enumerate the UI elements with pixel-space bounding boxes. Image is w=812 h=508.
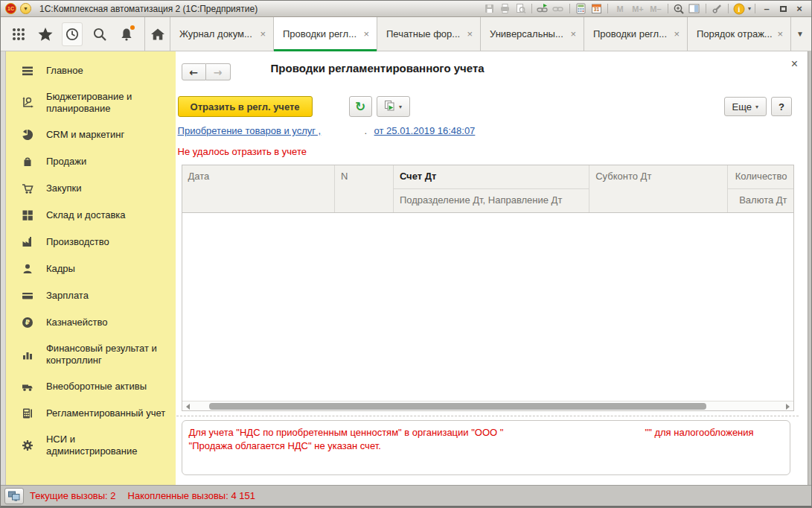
tab-universal[interactable]: Универсальны... × bbox=[481, 17, 584, 51]
table-body-empty[interactable] bbox=[182, 213, 793, 401]
sidebar-item-budgeting[interactable]: Бюджетирование и планирование bbox=[6, 84, 176, 121]
back-button[interactable]: ← bbox=[182, 63, 206, 80]
minimize-button[interactable]: – bbox=[759, 3, 774, 14]
reflect-dropdown-button[interactable]: ▾ bbox=[377, 96, 410, 117]
messages-splitter[interactable] bbox=[176, 416, 799, 416]
notifications-bell-icon[interactable] bbox=[116, 22, 137, 46]
refresh-icon: ↻ bbox=[355, 99, 365, 114]
performance-indicator-button[interactable] bbox=[4, 488, 24, 504]
calendar-icon[interactable]: 31 bbox=[589, 2, 604, 16]
sidebar-item-noncurrent-assets[interactable]: Внеоборотные активы bbox=[6, 373, 176, 400]
tab-bar: Журнал докум... × Проводки регл... × Печ… bbox=[1, 17, 811, 51]
horizontal-scrollbar[interactable] bbox=[182, 401, 793, 410]
scrollbar-thumb[interactable] bbox=[209, 403, 706, 410]
table-header: Дата N Счет Дт Подразделение Дт, Направл… bbox=[182, 165, 793, 213]
quick-toolbar bbox=[1, 17, 144, 51]
separator bbox=[668, 4, 668, 13]
memory-m-button[interactable]: M bbox=[612, 4, 628, 13]
memory-m-minus-button[interactable]: M– bbox=[648, 4, 664, 13]
split-window-icon[interactable] bbox=[688, 2, 702, 16]
ruble-circle-icon: ₽ bbox=[21, 316, 34, 329]
service-wrench-icon[interactable] bbox=[710, 2, 724, 16]
calculator-icon[interactable] bbox=[574, 2, 588, 16]
tab-reflection-order[interactable]: Порядок отраж... × bbox=[688, 17, 791, 51]
service-messages-panel: Для учета "НДС по приобретенным ценностя… bbox=[182, 420, 790, 475]
tab-close-icon[interactable]: × bbox=[258, 28, 267, 39]
documents-arrow-icon bbox=[384, 100, 396, 114]
maximize-button[interactable] bbox=[776, 3, 790, 14]
window-close-button[interactable]: × bbox=[792, 3, 807, 14]
refresh-button[interactable]: ↻ bbox=[349, 96, 372, 117]
sidebar-item-financial-result[interactable]: Финансовый результат и контроллинг bbox=[6, 336, 176, 373]
reflect-error-text: Не удалось отразить в учете bbox=[178, 146, 307, 157]
column-debit-account[interactable]: Счет Дт Подразделение Дт, Направление Дт bbox=[394, 165, 589, 212]
main-menu-button[interactable]: ▼ bbox=[20, 3, 31, 14]
tab-close-icon[interactable]: × bbox=[569, 28, 578, 39]
document-link[interactable]: Приобретение товаров и услуг , bbox=[178, 125, 322, 136]
chevron-down-icon: ▾ bbox=[755, 104, 758, 110]
all-functions-grid-icon[interactable] bbox=[8, 22, 29, 46]
status-bar: Текущие вызовы: 2 Накопленные вызовы: 4 … bbox=[1, 485, 811, 506]
column-quantity-currency[interactable]: Количество Валюта Дт bbox=[728, 165, 793, 212]
sidebar-item-production[interactable]: Производство bbox=[6, 229, 176, 255]
tab-close-icon[interactable]: × bbox=[776, 28, 784, 39]
notification-dot bbox=[130, 25, 135, 30]
tab-close-icon[interactable]: × bbox=[465, 28, 474, 39]
help-button[interactable]: ? bbox=[771, 97, 792, 116]
svg-text:₽: ₽ bbox=[25, 319, 30, 326]
separator bbox=[531, 4, 532, 13]
sidebar-item-hr[interactable]: Кадры bbox=[6, 255, 176, 282]
scroll-right-icon[interactable] bbox=[786, 404, 790, 410]
sidebar-item-nsi-admin[interactable]: НСИ и администрирование bbox=[6, 427, 176, 464]
shopping-cart-icon bbox=[21, 182, 34, 195]
tab-regl-postings-2[interactable]: Проводки регл... × bbox=[584, 17, 688, 51]
app-body: Главное Бюджетирование и планирование CR… bbox=[1, 51, 811, 485]
calculator-book-icon bbox=[21, 407, 34, 420]
tab-regl-postings-active[interactable]: Проводки регл... × bbox=[274, 17, 377, 51]
zoom-icon[interactable] bbox=[672, 2, 686, 16]
favorites-star-icon[interactable] bbox=[35, 22, 56, 46]
sidebar-item-payroll[interactable]: Зарплата bbox=[6, 282, 176, 309]
form-close-icon[interactable]: × bbox=[791, 57, 798, 71]
go-to-link-icon[interactable] bbox=[552, 2, 566, 16]
history-icon[interactable] bbox=[62, 22, 83, 46]
forward-button[interactable]: → bbox=[206, 63, 231, 80]
sidebar-item-purchases[interactable]: Закупки bbox=[6, 175, 176, 202]
pie-chart-icon bbox=[21, 128, 34, 142]
scroll-left-icon[interactable] bbox=[186, 404, 190, 410]
tab-close-icon[interactable]: × bbox=[362, 28, 371, 39]
separator bbox=[755, 4, 755, 13]
search-icon[interactable] bbox=[89, 22, 110, 46]
tab-close-icon[interactable]: × bbox=[672, 28, 681, 39]
memory-m-plus-button[interactable]: M+ bbox=[630, 4, 646, 13]
tab-overflow-button[interactable]: ▼ bbox=[791, 17, 809, 51]
get-link-icon[interactable] bbox=[536, 2, 550, 16]
column-debit-subconto[interactable]: Субконто Дт bbox=[589, 165, 728, 212]
sidebar-item-regulated-accounting[interactable]: Регламентированный учет bbox=[6, 400, 176, 427]
print-preview-icon[interactable] bbox=[514, 2, 528, 16]
sidebar-scrollbar[interactable] bbox=[1, 51, 6, 485]
message-line-1-right: "" для налогообложения bbox=[645, 426, 754, 439]
history-nav: ← → bbox=[182, 63, 231, 80]
info-dropdown-icon[interactable]: ▾ bbox=[748, 5, 751, 12]
column-date[interactable]: Дата bbox=[182, 165, 336, 212]
message-line-2: "Продажа облагается НДС" не указан счет. bbox=[189, 439, 783, 453]
home-button[interactable] bbox=[144, 17, 170, 51]
sidebar-item-warehouse[interactable]: Склад и доставка bbox=[6, 202, 176, 229]
sidebar-item-sales[interactable]: Продажи bbox=[6, 148, 176, 175]
tab-journal-documents[interactable]: Журнал докум... × bbox=[170, 17, 274, 51]
save-icon[interactable] bbox=[482, 2, 496, 16]
more-button[interactable]: Еще ▾ bbox=[724, 97, 767, 116]
print-icon[interactable] bbox=[498, 2, 512, 16]
tab-print-forms[interactable]: Печатные фор... × bbox=[377, 17, 481, 51]
info-icon[interactable]: i bbox=[732, 2, 747, 16]
message-line-1: Для учета "НДС по приобретенным ценностя… bbox=[189, 426, 783, 439]
document-date-link[interactable]: от 25.01.2019 16:48:07 bbox=[374, 125, 476, 136]
titlebar-toolbar: 31 M M+ M– i ▾ – × bbox=[482, 2, 807, 16]
sidebar-item-crm[interactable]: CRM и маркетинг bbox=[6, 121, 176, 148]
factory-icon bbox=[21, 235, 34, 249]
reflect-in-accounting-button[interactable]: Отразить в регл. учете bbox=[178, 96, 313, 117]
sidebar-item-main[interactable]: Главное bbox=[6, 57, 176, 84]
column-number[interactable]: N bbox=[335, 165, 394, 212]
sidebar-item-treasury[interactable]: ₽ Казначейство bbox=[6, 309, 176, 336]
